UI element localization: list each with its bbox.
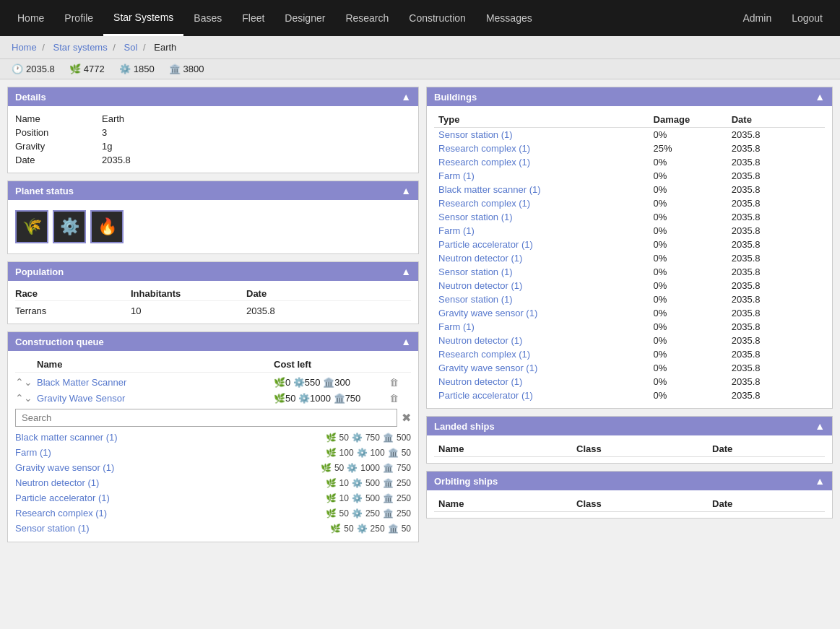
bld-type-1[interactable]: Research complex (1) [438,143,530,154]
construction-queue-collapse-icon[interactable]: ▲ [401,336,411,347]
planet-status-collapse-icon[interactable]: ▲ [401,185,411,196]
bld-type-12[interactable]: Sensor station (1) [438,294,513,305]
status-icon-2: ⚙️ [53,210,86,243]
detail-name-value: Earth [102,113,124,124]
status-icons: 🌾 ⚙️ 🔥 [15,206,411,248]
bld-type-9[interactable]: Neutron detector (1) [438,253,522,264]
bld-damage-8: 0% [649,238,727,251]
population-collapse-icon[interactable]: ▲ [401,266,411,277]
orbiting-ships-panel: Orbiting ships ▲ Name Class Date [426,471,833,519]
orbiting-ships-collapse-icon[interactable]: ▲ [815,475,825,487]
build-item-name-4[interactable]: Particle accelerator (1) [15,493,110,503]
stat-resource3: 🏛️ 3800 [169,64,204,74]
nav-logout[interactable]: Logout [781,0,833,36]
buildings-row-14: Farm (1) 0% 2035.8 [434,320,825,334]
nav-designer[interactable]: Designer [274,0,335,36]
bld-type-5[interactable]: Research complex (1) [438,198,530,209]
bld-date-12: 2035.8 [727,292,825,306]
search-input[interactable] [15,409,397,427]
search-clear-icon[interactable]: ✖ [402,411,411,425]
bld-damage-14: 0% [649,320,727,334]
cq-cost-1: 🌿50 ⚙️1000 🏛️750 [274,393,389,404]
buildings-row-1: Research complex (1) 25% 2035.8 [434,142,825,155]
nav-messages[interactable]: Messages [476,0,542,36]
nav-home[interactable]: Home [7,0,54,36]
orbiting-ships-title: Orbiting ships [434,476,498,487]
bld-header-date: Date [727,112,825,128]
breadcrumb-current: Earth [154,42,176,53]
status-icon-3: 🔥 [90,210,124,243]
pop-date-0: 2035.8 [246,305,333,316]
breadcrumb-star-systems[interactable]: Star systems [53,42,108,53]
cq-move-icon-1[interactable]: ⌃⌄ [15,392,37,404]
bld-type-19[interactable]: Particle accelerator (1) [438,390,533,401]
bld-type-18[interactable]: Neutron detector (1) [438,376,522,387]
buildings-panel: Buildings ▲ Type Damage Date Sensor stat… [426,87,833,409]
bld-type-14[interactable]: Farm (1) [438,321,475,332]
bld-damage-16: 0% [649,347,727,361]
landed-ships-collapse-icon[interactable]: ▲ [815,420,825,432]
bld-type-10[interactable]: Sensor station (1) [438,266,513,277]
bld-type-0[interactable]: Sensor station (1) [438,129,513,140]
bld-damage-3: 0% [649,169,727,183]
nav-fleet[interactable]: Fleet [232,0,274,36]
cq-delete-0[interactable]: 🗑 [389,377,411,388]
build-item-name-1[interactable]: Farm (1) [15,447,51,458]
build-item-name-2[interactable]: Gravity wave sensor (1) [15,462,114,473]
bld-type-8[interactable]: Particle accelerator (1) [438,239,533,250]
bld-type-7[interactable]: Farm (1) [438,225,475,236]
buildings-collapse-icon[interactable]: ▲ [815,91,825,103]
build-item-name-6[interactable]: Sensor station (1) [15,523,90,534]
buildings-row-11: Neutron detector (1) 0% 2035.8 [434,279,825,292]
bld-type-16[interactable]: Research complex (1) [438,349,530,360]
landed-ships-table: Name Class Date [434,441,825,457]
construction-queue-header: Construction queue ▲ [8,332,418,351]
buildings-table-header-row: Type Damage Date [434,112,825,128]
bld-type-13[interactable]: Gravity wave sensor (1) [438,308,537,318]
bld-type-2[interactable]: Research complex (1) [438,157,530,168]
breadcrumb-home[interactable]: Home [12,42,37,53]
bld-type-4[interactable]: Black matter scanner (1) [438,184,541,195]
build-item-name-0[interactable]: Black matter scanner (1) [15,432,118,443]
bld-type-17[interactable]: Gravity wave sensor (1) [438,363,537,373]
bld-type-11[interactable]: Neutron detector (1) [438,280,522,291]
cq-name-0[interactable]: Black Matter Scanner [37,377,126,388]
population-header: Population ▲ [8,262,418,281]
nav-admin[interactable]: Admin [732,0,781,36]
breadcrumb-sol[interactable]: Sol [124,42,138,53]
bld-type-6[interactable]: Sensor station (1) [438,212,513,222]
nav-profile[interactable]: Profile [54,0,103,36]
build-item-name-5[interactable]: Research complex (1) [15,508,107,519]
population-body: Race Inhabitants Date Terrans 10 2035.8 [8,281,418,324]
planet-status-panel: Planet status ▲ 🌾 ⚙️ 🔥 [7,181,419,254]
bld-damage-1: 25% [649,142,727,155]
cq-delete-1[interactable]: 🗑 [389,393,411,404]
details-collapse-icon[interactable]: ▲ [401,91,411,103]
detail-position-row: Position 3 [15,126,411,139]
nav-star-systems[interactable]: Star Systems [103,0,183,36]
pop-col-date-header: Date [246,288,333,299]
construction-queue-title: Construction queue [15,337,104,347]
buildings-header: Buildings ▲ [427,87,832,106]
nav-research[interactable]: Research [335,0,399,36]
cq-move-icon-0[interactable]: ⌃⌄ [15,376,37,388]
landed-ships-col-date: Date [708,441,825,457]
bld-date-0: 2035.8 [727,128,825,142]
build-item-costs-3: 🌿10 ⚙️500 🏛️250 [326,478,411,488]
landed-ships-col-name: Name [434,441,572,457]
buildings-row-19: Particle accelerator (1) 0% 2035.8 [434,389,825,402]
navbar: Home Profile Star Systems Bases Fleet De… [0,0,840,36]
bld-damage-12: 0% [649,292,727,306]
bld-type-15[interactable]: Neutron detector (1) [438,335,522,346]
nav-construction[interactable]: Construction [399,0,476,36]
buildings-row-8: Particle accelerator (1) 0% 2035.8 [434,238,825,251]
left-column: Details ▲ Name Earth Position 3 Gravity … [7,87,419,542]
build-item-name-3[interactable]: Neutron detector (1) [15,477,99,488]
cq-table-header: Name Cost left [15,357,411,373]
landed-ships-panel: Landed ships ▲ Name Class Date [426,416,833,464]
cq-name-1[interactable]: Gravity Wave Sensor [37,393,125,404]
pop-inhabitants-0: 10 [131,305,246,316]
bld-type-3[interactable]: Farm (1) [438,170,475,181]
pop-race-0: Terrans [15,305,131,316]
nav-bases[interactable]: Bases [183,0,232,36]
